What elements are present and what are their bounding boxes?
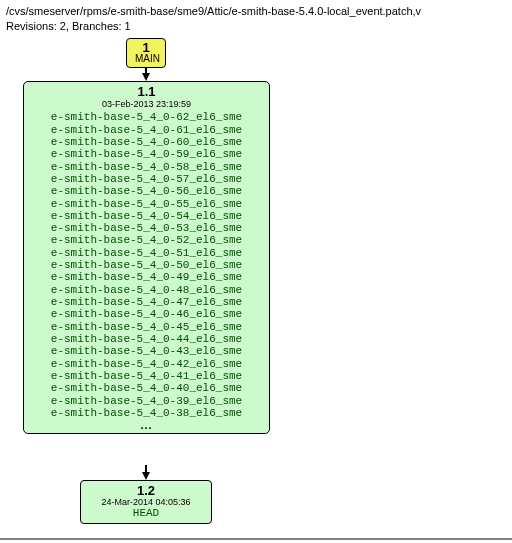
revision-tag: e-smith-base-5_4_0-53_el6_sme [34,222,259,234]
revision-tag: e-smith-base-5_4_0-39_el6_sme [34,395,259,407]
revision-tag: e-smith-base-5_4_0-43_el6_sme [34,345,259,357]
arrowhead-1_1 [142,73,150,81]
revision-stats: Revisions: 2, Branches: 1 [6,19,506,34]
revision-number: 1.1 [34,85,259,100]
revision-tag: e-smith-base-5_4_0-45_el6_sme [34,321,259,333]
revision-tag: e-smith-base-5_4_0-48_el6_sme [34,284,259,296]
revision-tag: e-smith-base-5_4_0-46_el6_sme [34,308,259,320]
branch-label: MAIN [135,54,157,64]
revision-node-1_2[interactable]: 1.2 24-Mar-2014 04:05:36 HEAD [80,480,212,524]
branch-number: 1 [135,41,157,54]
revision-label: HEAD [90,508,202,519]
tags-ellipsis: ... [34,419,259,431]
revision-tag: e-smith-base-5_4_0-49_el6_sme [34,271,259,283]
revision-node-1_1[interactable]: 1.1 03-Feb-2013 23:19:59 e-smith-base-5_… [23,81,270,435]
revision-tag: e-smith-base-5_4_0-59_el6_sme [34,148,259,160]
revision-number: 1.2 [90,484,202,497]
revision-tag: e-smith-base-5_4_0-44_el6_sme [34,333,259,345]
revision-tag: e-smith-base-5_4_0-50_el6_sme [34,259,259,271]
revision-tag: e-smith-base-5_4_0-62_el6_sme [34,111,259,123]
revision-tag: e-smith-base-5_4_0-47_el6_sme [34,296,259,308]
revision-tag: e-smith-base-5_4_0-55_el6_sme [34,198,259,210]
revision-tag: e-smith-base-5_4_0-52_el6_sme [34,234,259,246]
revision-date: 24-Mar-2014 04:05:36 [90,498,202,507]
bottom-divider [0,538,512,540]
revision-tag: e-smith-base-5_4_0-51_el6_sme [34,247,259,259]
revision-tag: e-smith-base-5_4_0-60_el6_sme [34,136,259,148]
revision-tag: e-smith-base-5_4_0-41_el6_sme [34,370,259,382]
revision-tag: e-smith-base-5_4_0-56_el6_sme [34,185,259,197]
arrowhead-1_2 [142,472,150,480]
revision-tag: e-smith-base-5_4_0-61_el6_sme [34,124,259,136]
revision-tag: e-smith-base-5_4_0-57_el6_sme [34,173,259,185]
revision-tag: e-smith-base-5_4_0-54_el6_sme [34,210,259,222]
revision-graph: 1 MAIN 1.1 03-Feb-2013 23:19:59 e-smith-… [0,35,512,543]
revision-tag: e-smith-base-5_4_0-58_el6_sme [34,161,259,173]
revision-date: 03-Feb-2013 23:19:59 [34,99,259,109]
revision-tag: e-smith-base-5_4_0-38_el6_sme [34,407,259,419]
file-path: /cvs/smeserver/rpms/e-smith-base/sme9/At… [6,4,506,19]
branch-node-main[interactable]: 1 MAIN [126,38,166,68]
revision-tag: e-smith-base-5_4_0-42_el6_sme [34,358,259,370]
header: /cvs/smeserver/rpms/e-smith-base/sme9/At… [0,0,512,35]
revision-tag: e-smith-base-5_4_0-40_el6_sme [34,382,259,394]
